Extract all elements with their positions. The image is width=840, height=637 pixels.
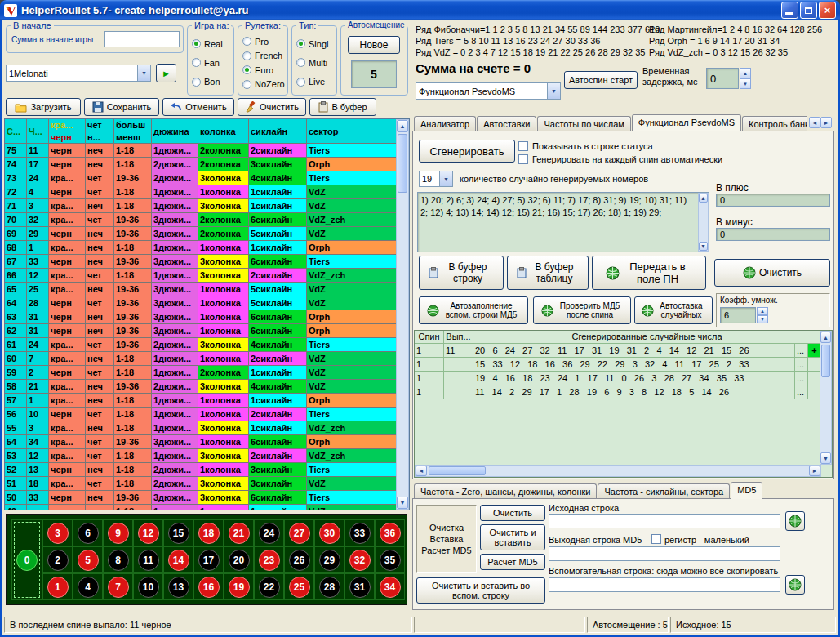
scroll-up-icon[interactable]: ▲: [820, 332, 831, 343]
spin-down-icon[interactable]: ▼: [740, 78, 751, 89]
history-col-header[interactable]: колонка: [198, 119, 249, 144]
md5-clear-paste-aux-button[interactable]: Очистить и вставить во вспом. строку: [416, 577, 545, 604]
strategy-combo[interactable]: 1Melonati ▼: [6, 65, 151, 82]
generated-vscroll[interactable]: ▲ ▼: [698, 193, 709, 252]
spin-up-icon[interactable]: ▲: [757, 307, 768, 315]
md5-clear-button[interactable]: Очистить: [480, 505, 545, 521]
history-row[interactable]: 6124кра...чет19-362дюжи...3колонка4сикла…: [5, 338, 409, 352]
gen-row[interactable]: 115 33 12 18 16 36 29 22 29 3 32 4 11 17…: [415, 358, 832, 372]
scroll-up-icon[interactable]: ▲: [397, 120, 408, 132]
gen-col-header[interactable]: Спин: [415, 331, 444, 344]
board-cell-35[interactable]: 35: [375, 546, 405, 573]
board-cell-19[interactable]: 19: [224, 573, 254, 600]
board-cell-33[interactable]: 33: [344, 519, 375, 546]
scroll-right-icon[interactable]: ►: [809, 466, 820, 476]
chevron-down-icon[interactable]: ▼: [439, 172, 452, 186]
tab-Частота - сиклайны, сектора[interactable]: Частота - сиклайны, сектора: [598, 483, 730, 499]
md5-aux-globe-button[interactable]: [785, 575, 805, 595]
board-cell-34[interactable]: 34: [375, 573, 405, 600]
board-cell-12[interactable]: 12: [133, 519, 163, 546]
gen-vscroll-thumb[interactable]: [821, 345, 830, 377]
history-col-header[interactable]: дюжина: [152, 119, 198, 144]
history-col-header[interactable]: большменш: [114, 119, 152, 144]
autobet-random-button[interactable]: Автоставка случайных: [634, 296, 713, 324]
register-checkbox[interactable]: [651, 534, 661, 544]
check-md5-button[interactable]: Проверить МД5 после спина: [533, 296, 631, 324]
tab-scroll-buttons[interactable]: ◄ ►: [809, 117, 832, 128]
history-row[interactable]: 5213черннеч1-182дюжи...1колонка3сиклайнT…: [5, 463, 409, 477]
autospin-start-button[interactable]: Автоспин старт: [564, 71, 638, 89]
board-cell-9[interactable]: 9: [103, 519, 133, 546]
delay-value[interactable]: 0: [706, 68, 739, 89]
tab-Частота - Zero, шансы, дюжины, колонки[interactable]: Частота - Zero, шансы, дюжины, колонки: [414, 483, 597, 499]
generate-button[interactable]: Сгенерировать: [419, 140, 515, 163]
history-row[interactable]: 7032кра...чет19-363дюжи...2колонка6сикла…: [5, 213, 409, 227]
minimize-button[interactable]: [781, 2, 798, 19]
history-col-header[interactable]: кра...черн: [49, 119, 86, 144]
to-buffer-button[interactable]: В буфер: [309, 98, 376, 116]
scroll-left-icon[interactable]: ◄: [416, 466, 427, 476]
board-cell-13[interactable]: 13: [163, 573, 193, 600]
close-button[interactable]: ×: [819, 2, 836, 19]
board-cell-30[interactable]: 30: [314, 519, 344, 546]
mode-combo[interactable]: Функционал PsevdoMS ▼: [416, 82, 561, 100]
radio-Fan[interactable]: Fan: [192, 57, 232, 68]
load-button[interactable]: Загрузить: [6, 98, 81, 116]
scroll-up-icon[interactable]: ▲: [699, 194, 708, 203]
tab-Частоты по числам[interactable]: Частоты по числам: [537, 116, 630, 131]
checkbox-icon[interactable]: [518, 141, 528, 151]
board-cell-7[interactable]: 7: [103, 573, 133, 600]
radio-NoZero[interactable]: NoZero: [242, 79, 286, 90]
radio-Pro[interactable]: Pro: [242, 36, 286, 47]
history-row[interactable]: 5610чернчет1-181дюжи...1колонка2сиклайнT…: [5, 408, 409, 421]
board-cell-16[interactable]: 16: [193, 573, 224, 600]
history-row[interactable]: 592чернчет1-181дюжи...2колонка1сиклайнVd…: [5, 366, 409, 380]
history-col-header[interactable]: сектор: [307, 119, 397, 144]
save-button[interactable]: Сохранить: [84, 98, 159, 116]
scroll-down-icon[interactable]: ▼: [820, 452, 831, 464]
delay-spinner[interactable]: ▲ ▼: [740, 68, 751, 89]
gen-row[interactable]: 111 14 2 29 17 1 28 19 6 9 3 8 12 18 5 1…: [415, 385, 832, 399]
board-cell-11[interactable]: 11: [133, 546, 163, 573]
spin-down-icon[interactable]: ▼: [757, 315, 768, 323]
show-status-checkbox-row[interactable]: Показывать в строке статуса: [518, 141, 653, 151]
gen-col-header[interactable]: Сгенерированные случайные числа: [473, 331, 821, 344]
undo-button[interactable]: Отменить: [162, 98, 234, 116]
md5-source-globe-button[interactable]: [785, 511, 805, 531]
radio-Bon[interactable]: Bon: [192, 77, 232, 87]
buffer-row-button[interactable]: В буфер строку: [419, 256, 504, 290]
start-sum-input[interactable]: [104, 31, 180, 47]
board-cell-20[interactable]: 20: [224, 546, 254, 573]
history-col-header[interactable]: сиклайн: [249, 119, 307, 144]
history-col-header[interactable]: Ч...: [27, 119, 49, 144]
history-row[interactable]: 5118кра...чет1-182дюжи...3колонка3сиклай…: [5, 477, 409, 491]
board-cell-1[interactable]: 1: [42, 573, 73, 600]
history-row[interactable]: 6231черннеч19-363дюжи...1колонка6сиклайн…: [5, 324, 409, 338]
gen-hscroll-thumb[interactable]: [429, 466, 486, 475]
history-row[interactable]: 5821кра...неч19-362дюжи...3колонка4сикла…: [5, 380, 409, 394]
board-cell-2[interactable]: 2: [42, 546, 73, 573]
coeff-value[interactable]: 6: [720, 307, 756, 323]
board-cell-36[interactable]: 36: [375, 519, 405, 546]
tab-scroll-right-icon[interactable]: ►: [820, 117, 832, 128]
gen-row[interactable]: 119 4 16 18 23 24 1 17 11 0 26 3 28 27 3…: [415, 372, 832, 385]
autofill-md5-button[interactable]: Автозаполнение вспом. строки МД5: [419, 296, 528, 324]
board-cell-4[interactable]: 4: [73, 573, 103, 600]
radio-Live[interactable]: Live: [296, 77, 335, 87]
board-cell-3[interactable]: 3: [42, 519, 73, 546]
md5-source-input[interactable]: [549, 514, 780, 528]
md5-output-input[interactable]: [549, 546, 780, 561]
board-cell-5[interactable]: 5: [73, 546, 103, 573]
md5-aux-input[interactable]: [549, 577, 780, 592]
history-row[interactable]: 49чернчет1-181дюжи...1колонка1сиклайнVdZ: [5, 505, 409, 510]
board-cell-0[interactable]: 0: [11, 519, 42, 600]
board-cell-8[interactable]: 8: [103, 546, 133, 573]
board-cell-27[interactable]: 27: [284, 519, 314, 546]
history-row[interactable]: 607кра...неч1-181дюжи...1колонка2сиклайн…: [5, 352, 409, 366]
board-cell-6[interactable]: 6: [73, 519, 103, 546]
history-col-header[interactable]: четн...: [86, 119, 114, 144]
auto-generate-checkbox-row[interactable]: Генерировать на каждый спин автоматическ…: [518, 154, 722, 164]
history-row[interactable]: 6525кра...неч19-363дюжи...1колонка5сикла…: [5, 283, 409, 296]
history-row[interactable]: 5434кра...чет19-363дюжи...1колонка6сикла…: [5, 435, 409, 449]
history-row[interactable]: 724чернчет1-181дюжи...1колонка1сиклайнVd…: [5, 185, 409, 199]
